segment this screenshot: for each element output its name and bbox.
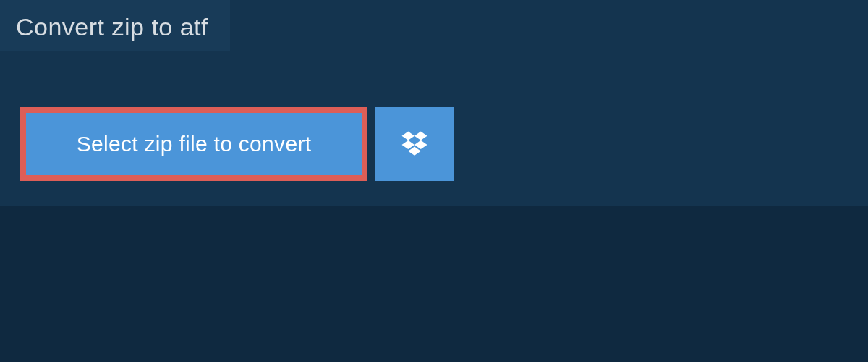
dropbox-icon [399,129,430,159]
tab-header[interactable]: Convert zip to atf [0,0,230,51]
action-row: Select zip file to convert [20,107,454,181]
page-container: Convert zip to atf Select zip file to co… [0,0,868,362]
svg-marker-2 [402,140,415,149]
svg-marker-4 [408,147,421,156]
converter-panel: Convert zip to atf Select zip file to co… [0,0,868,206]
select-file-button[interactable]: Select zip file to convert [20,107,367,181]
svg-marker-1 [414,132,427,140]
select-file-label: Select zip file to convert [77,132,312,156]
svg-marker-0 [402,132,415,140]
tab-title: Convert zip to atf [16,13,208,41]
svg-marker-3 [414,140,427,149]
dropbox-button[interactable] [375,107,454,181]
